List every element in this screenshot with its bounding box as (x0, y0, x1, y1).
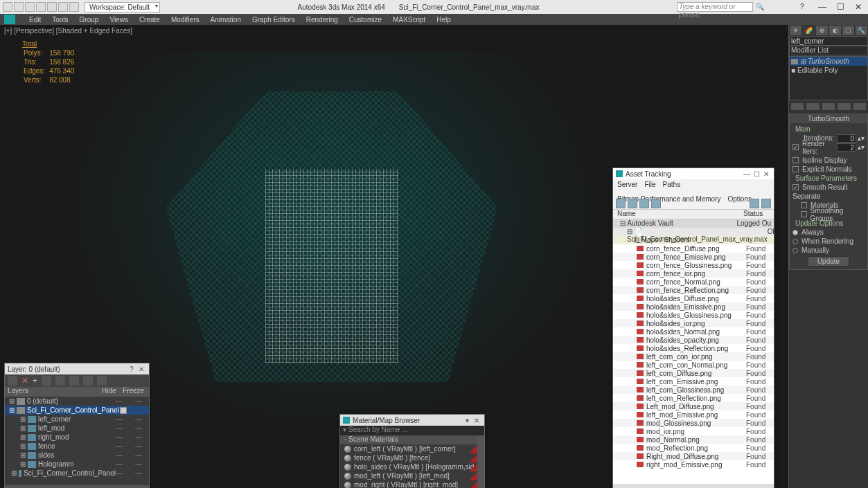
asset-row[interactable]: mod_Normal.pngFound (613, 435, 774, 444)
asset-row[interactable]: left_corn_Glossiness.pngFound (613, 386, 774, 394)
viewport[interactable]: [+] [Perspective] [Shaded + Edged Faces]… (0, 25, 788, 488)
menu-server[interactable]: Server (617, 181, 637, 188)
menu-customize[interactable]: Customize (349, 16, 382, 24)
asset-row[interactable]: holo&sides_Glossiness.pngFound (613, 311, 774, 319)
close-icon[interactable]: ✕ (136, 365, 146, 373)
exchange-icon[interactable] (778, 3, 786, 11)
status-icon[interactable] (750, 199, 759, 208)
smgroups-checkbox[interactable] (801, 211, 807, 217)
section-scene-materials[interactable]: - Scene Materials (340, 435, 484, 444)
asset-row[interactable]: holo&sides_Diffuse.pngFound (613, 294, 774, 302)
iterations-spinner[interactable]: 0 (837, 134, 856, 143)
close-icon[interactable]: ✕ (761, 170, 771, 178)
menu-animation[interactable]: Animation (210, 16, 240, 24)
menu-rendering[interactable]: Rendering (306, 16, 338, 24)
list-icon[interactable] (639, 199, 649, 208)
freeze-icon[interactable] (83, 376, 93, 386)
tab-utilities-icon[interactable]: 🔧 (855, 25, 868, 36)
asset-row[interactable]: corn_fence_Reflection.pngFound (613, 286, 774, 294)
tab-create-icon[interactable]: ✳ (789, 25, 802, 36)
layer-row[interactable]: ⊞right_mod—— (5, 433, 149, 442)
thumb-icon[interactable] (651, 199, 661, 208)
new-layer-icon[interactable] (8, 376, 17, 386)
explicit-checkbox[interactable] (792, 166, 799, 172)
tab-modify-icon[interactable]: 🌈 (802, 25, 815, 36)
isoline-checkbox[interactable] (792, 157, 799, 163)
minimize-icon[interactable]: — (742, 170, 752, 178)
undo-icon[interactable] (47, 2, 57, 12)
menu-edit[interactable]: Edit (29, 16, 41, 24)
help-icon[interactable]: ? (800, 3, 808, 11)
render-iters-spinner[interactable]: 2 (837, 143, 856, 152)
favorites-icon[interactable] (789, 3, 797, 11)
layer-row[interactable]: ⊞0 (default)—— (5, 397, 149, 406)
close-icon[interactable]: ✕ (851, 2, 865, 12)
new-icon[interactable] (14, 2, 24, 12)
update-button[interactable]: Update (808, 256, 849, 266)
smooth-result-checkbox[interactable] (792, 184, 799, 190)
maximize-icon[interactable]: ☐ (752, 170, 761, 178)
material-search[interactable]: ▾ Search by Name ... (340, 426, 484, 435)
menu-create[interactable]: Create (139, 16, 160, 24)
material-row[interactable]: holo_sides ( VRayMtl ) [Hologramm,sides] (340, 462, 484, 471)
layer-row[interactable]: ⊞left_mod—— (5, 424, 149, 433)
redo-icon[interactable] (58, 2, 68, 12)
remove-mod-icon[interactable] (837, 102, 851, 111)
asset-row[interactable]: corn_fence_Emissive.pngFound (613, 253, 774, 261)
asset-row[interactable]: corn_fence_ior.pngFound (613, 269, 774, 278)
asset-row[interactable]: Left_mod_Diffuse.pngFound (613, 402, 774, 410)
asset-row[interactable]: mod_ior.pngFound (613, 427, 774, 435)
asset-row[interactable]: corn_fence_Glossiness.pngFound (613, 261, 774, 269)
options-icon[interactable]: ▾ (462, 417, 472, 424)
asset-row[interactable]: left_mod_Emissive.pngFound (613, 410, 774, 419)
asset-scene-row[interactable]: ⊟ 📄 Sci_Fi_Corner_Control_Panel_max_vray… (613, 228, 774, 236)
menu-graph-editors[interactable]: Graph Editors (252, 16, 295, 24)
layer-row[interactable]: ⊞sides—— (5, 451, 149, 460)
asset-row[interactable]: left_corn_con_ior.pngFound (613, 352, 774, 361)
col-status[interactable]: Status (743, 210, 774, 219)
asset-group[interactable]: ⊟ Autodesk Vault Logged Ou (613, 219, 774, 228)
menu-modifiers[interactable]: Modifiers (171, 16, 200, 24)
refresh-icon[interactable] (616, 199, 626, 208)
asset-row[interactable]: left_corn_Diffuse.pngFound (613, 369, 774, 377)
material-row[interactable]: mod_left ( VRayMtl ) [left_mod] (340, 471, 484, 480)
asset-row[interactable]: holo&sides_opacity.pngFound (613, 336, 774, 344)
asset-row[interactable]: left_corn_Reflection.pngFound (613, 394, 774, 402)
link-icon[interactable] (69, 2, 79, 12)
manually-radio[interactable] (792, 248, 798, 253)
layer-row[interactable]: ⊞Sci_Fi_Corner_Control_Panel (5, 406, 149, 415)
maximize-icon[interactable]: ☐ (833, 2, 847, 12)
asset-row[interactable]: mod_Glossiness.pngFound (613, 419, 774, 427)
delete-layer-icon[interactable]: ✕ (21, 376, 28, 386)
layer-row[interactable]: ⊞fence—— (5, 442, 149, 451)
material-row[interactable]: corn_left ( VRayMtl ) [left_corner] (340, 444, 484, 453)
stack-item[interactable]: ⊞ TurboSmooth (790, 57, 867, 66)
show-end-result-icon[interactable] (806, 102, 820, 111)
asset-row[interactable]: corn_fence_Normal.pngFound (613, 278, 774, 286)
asset-row[interactable]: corn_fence_Diffuse.pngFound (613, 244, 774, 253)
props-icon[interactable] (97, 376, 107, 386)
app-logo-icon[interactable] (4, 15, 15, 24)
material-row[interactable]: mod_right ( VRayMtl ) [right_mod] (340, 480, 484, 488)
stack-item[interactable]: ■ Editable Poly (790, 66, 867, 75)
menu-tools[interactable]: Tools (52, 16, 68, 24)
make-unique-icon[interactable] (822, 102, 835, 111)
layer-row[interactable]: ⊞Sci_Fi_Corner_Control_Panel—— (5, 469, 149, 478)
help-icon[interactable]: ? (127, 365, 136, 373)
asset-row[interactable]: mod_Reflection.pngFound (613, 444, 774, 452)
menu-paths[interactable]: Paths (663, 181, 681, 188)
col-name[interactable]: Name (613, 210, 743, 219)
asset-row[interactable]: holo&sides_Normal.pngFound (613, 327, 774, 336)
workspace-dropdown[interactable]: Workspace: Default (85, 2, 160, 12)
infocenter-icon[interactable]: 🔍 (756, 3, 764, 11)
search-input[interactable]: Type a keyword or phrase (677, 2, 753, 12)
asset-row[interactable]: left_corn_Emissive.pngFound (613, 377, 774, 386)
asset-row[interactable]: Right_mod_Diffuse.pngFound (613, 452, 774, 460)
menu-group[interactable]: Group (80, 16, 99, 24)
layer-row[interactable]: ⊞left_corner—— (5, 415, 149, 424)
render-iters-checkbox[interactable] (792, 144, 799, 150)
settings-icon[interactable] (761, 199, 771, 208)
asset-row[interactable]: left_corn_con_Normal.pngFound (613, 361, 774, 369)
tree-icon[interactable] (628, 199, 637, 208)
menu-help[interactable]: Help (436, 16, 451, 24)
